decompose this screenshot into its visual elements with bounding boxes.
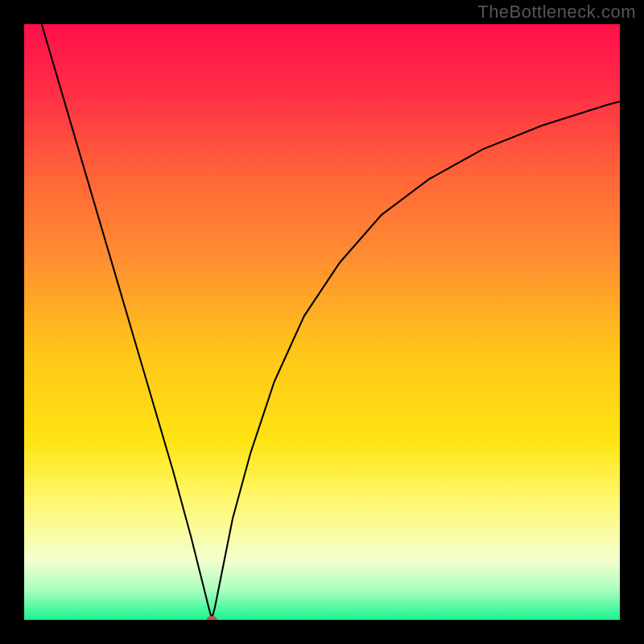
chart-background bbox=[24, 24, 620, 620]
plot-area bbox=[24, 24, 620, 620]
chart-svg bbox=[24, 24, 620, 620]
watermark-text: TheBottleneck.com bbox=[477, 2, 636, 23]
chart-outer: TheBottleneck.com bbox=[0, 0, 644, 644]
